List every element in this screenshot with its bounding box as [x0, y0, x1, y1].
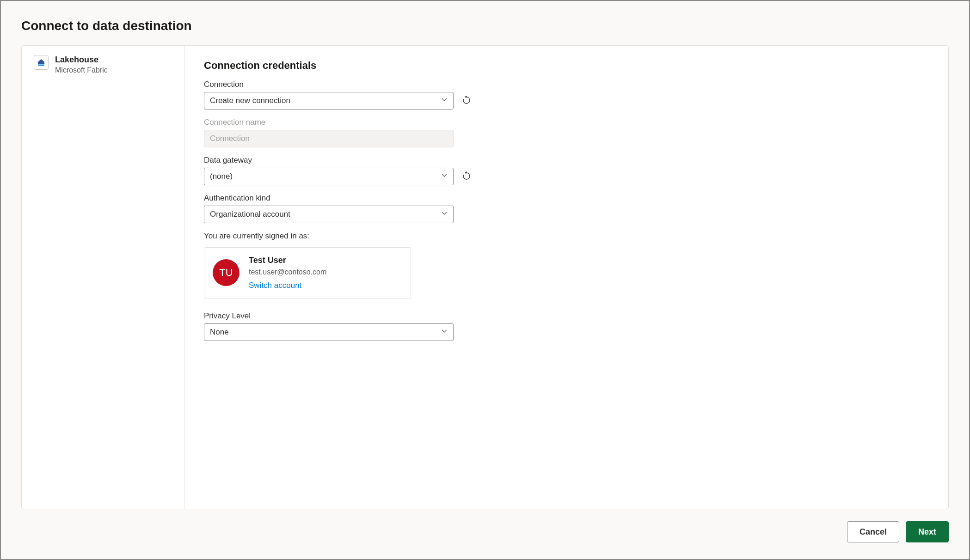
- connection-label: Connection: [204, 80, 929, 89]
- connection-refresh-button[interactable]: [460, 94, 473, 107]
- section-title: Connection credentials: [204, 60, 929, 72]
- cancel-button[interactable]: Cancel: [847, 521, 899, 542]
- privacy-level-select[interactable]: None: [204, 323, 454, 341]
- connection-name-placeholder: Connection: [210, 134, 250, 143]
- user-info: Test User test.user@contoso.com Switch a…: [249, 254, 326, 292]
- lakehouse-icon: [34, 55, 49, 70]
- main-panel: Connection credentials Connection Create…: [184, 46, 948, 509]
- user-card: TU Test User test.user@contoso.com Switc…: [204, 247, 411, 298]
- user-name: Test User: [249, 254, 326, 267]
- auth-kind-label: Authentication kind: [204, 194, 929, 203]
- connection-select[interactable]: Create new connection: [204, 92, 454, 110]
- signed-in-label: You are currently signed in as:: [204, 231, 929, 241]
- dialog-footer: Cancel Next: [3, 509, 967, 557]
- sidebar-item-lakehouse[interactable]: Lakehouse Microsoft Fabric: [34, 54, 172, 75]
- avatar: TU: [213, 259, 239, 286]
- privacy-level-value: None: [210, 328, 229, 337]
- dialog-title: Connect to data destination: [3, 3, 967, 45]
- content-card: Lakehouse Microsoft Fabric Connection cr…: [21, 45, 949, 509]
- data-gateway-value: (none): [210, 172, 233, 181]
- switch-account-link[interactable]: Switch account: [249, 280, 326, 292]
- svg-rect-1: [38, 65, 44, 66]
- connection-name-label: Connection name: [204, 118, 929, 127]
- data-gateway-select[interactable]: (none): [204, 168, 454, 185]
- svg-rect-0: [38, 64, 44, 65]
- next-button[interactable]: Next: [906, 521, 949, 542]
- user-email: test.user@contoso.com: [249, 267, 326, 278]
- chevron-down-icon: [441, 210, 448, 219]
- privacy-level-label: Privacy Level: [204, 311, 929, 321]
- chevron-down-icon: [441, 96, 448, 105]
- auth-kind-value: Organizational account: [210, 210, 290, 219]
- data-gateway-label: Data gateway: [204, 156, 929, 165]
- chevron-down-icon: [441, 172, 448, 181]
- refresh-icon: [462, 96, 471, 106]
- connect-destination-dialog: Connect to data destination Lakehouse Mi…: [3, 3, 967, 557]
- destination-sidebar: Lakehouse Microsoft Fabric: [22, 46, 184, 509]
- sidebar-item-label: Lakehouse: [55, 54, 108, 65]
- connection-name-input: Connection: [204, 130, 454, 147]
- connection-value: Create new connection: [210, 96, 290, 105]
- sidebar-item-sublabel: Microsoft Fabric: [55, 65, 108, 75]
- refresh-icon: [462, 171, 471, 182]
- sidebar-item-text: Lakehouse Microsoft Fabric: [55, 54, 108, 75]
- chevron-down-icon: [441, 328, 448, 337]
- data-gateway-refresh-button[interactable]: [460, 170, 473, 183]
- auth-kind-select[interactable]: Organizational account: [204, 206, 454, 223]
